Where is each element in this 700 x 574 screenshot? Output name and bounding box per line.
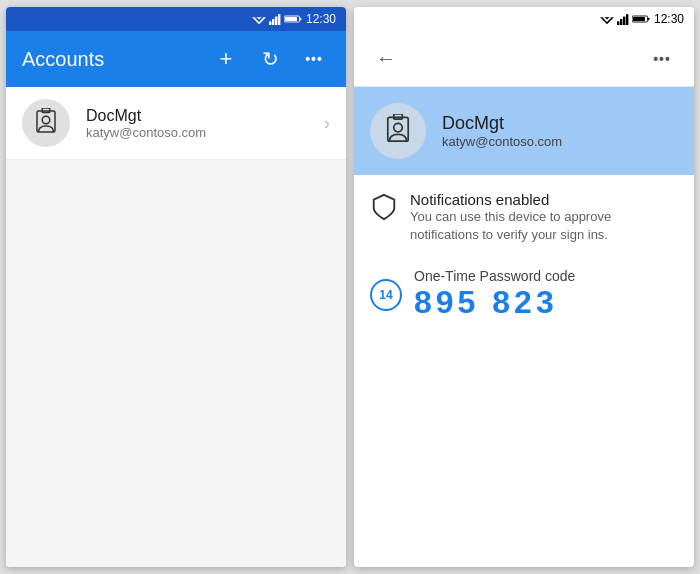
wifi-icon [252, 13, 266, 25]
notification-section: Notifications enabled You can use this d… [370, 191, 678, 244]
svg-rect-18 [623, 17, 625, 25]
left-app-title: Accounts [22, 48, 198, 71]
right-wifi-icon [600, 13, 614, 25]
add-button[interactable]: + [210, 43, 242, 75]
svg-rect-3 [269, 21, 271, 25]
otp-code: 895 823 [414, 284, 575, 321]
detail-content: Notifications enabled You can use this d… [354, 175, 694, 567]
shield-svg [371, 193, 397, 221]
right-avatar [370, 103, 426, 159]
left-status-bar: 12:30 [6, 7, 346, 31]
left-time: 12:30 [306, 12, 336, 26]
account-name: DocMgt [86, 107, 308, 125]
svg-rect-6 [278, 14, 280, 25]
more-menu-button[interactable]: ••• [298, 43, 330, 75]
svg-rect-17 [620, 19, 622, 25]
right-status-bar: 12:30 [354, 7, 694, 31]
right-status-icons [600, 13, 650, 25]
otp-timer: 14 [370, 279, 402, 311]
account-email: katyw@contoso.com [86, 125, 308, 140]
refresh-button[interactable]: ↻ [254, 43, 286, 75]
svg-rect-21 [648, 18, 650, 20]
right-account-email: katyw@contoso.com [442, 134, 562, 149]
account-avatar-icon [31, 108, 61, 138]
right-phone: 12:30 ← ••• DocMgt katyw@contoso.com [354, 7, 694, 567]
notification-description: You can use this device to approve notif… [410, 208, 678, 244]
notification-title: Notifications enabled [410, 191, 678, 208]
account-header: DocMgt katyw@contoso.com [354, 87, 694, 175]
svg-rect-22 [633, 17, 645, 21]
svg-point-25 [394, 123, 403, 132]
signal-icon [269, 13, 281, 25]
svg-rect-4 [272, 19, 274, 25]
notification-text: Notifications enabled You can use this d… [410, 191, 678, 244]
left-phone: 12:30 Accounts + ↻ ••• DocMgt katyw@cont… [6, 7, 346, 567]
right-time: 12:30 [654, 12, 684, 26]
svg-rect-5 [275, 17, 277, 25]
left-app-bar: Accounts + ↻ ••• [6, 31, 346, 87]
right-signal-icon [617, 13, 629, 25]
svg-rect-16 [617, 21, 619, 25]
otp-label: One-Time Password code [414, 268, 575, 284]
right-app-bar: ← ••• [354, 31, 694, 87]
right-more-menu-button[interactable]: ••• [646, 43, 678, 75]
avatar [22, 99, 70, 147]
shield-icon [370, 193, 398, 221]
svg-rect-9 [285, 17, 297, 21]
svg-rect-19 [626, 14, 628, 25]
account-header-info: DocMgt katyw@contoso.com [442, 113, 562, 149]
svg-point-12 [42, 116, 50, 124]
status-icons [252, 13, 302, 25]
back-button[interactable]: ← [370, 43, 402, 75]
right-account-name: DocMgt [442, 113, 562, 134]
right-battery-icon [632, 13, 650, 25]
battery-icon [284, 13, 302, 25]
right-account-avatar-icon [381, 114, 415, 148]
account-item[interactable]: DocMgt katyw@contoso.com › [6, 87, 346, 160]
account-info: DocMgt katyw@contoso.com [86, 107, 308, 140]
otp-section: 14 One-Time Password code 895 823 [370, 268, 678, 321]
svg-rect-8 [300, 18, 302, 20]
account-list: DocMgt katyw@contoso.com › [6, 87, 346, 567]
chevron-right-icon: › [324, 113, 330, 134]
otp-info: One-Time Password code 895 823 [414, 268, 575, 321]
